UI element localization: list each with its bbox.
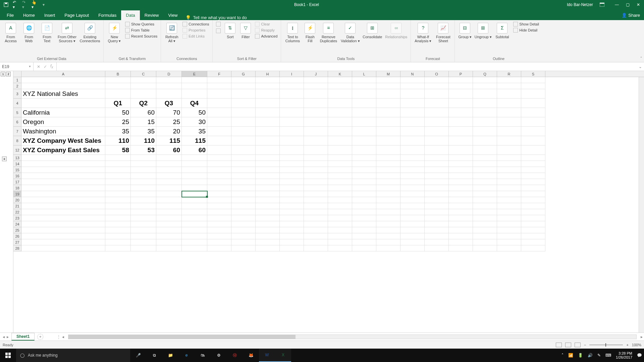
battery-icon[interactable]: 🔋 — [578, 353, 583, 358]
cell-B28[interactable] — [105, 245, 131, 251]
cell-S13[interactable] — [521, 155, 545, 161]
cell-J23[interactable] — [304, 215, 328, 221]
from-web-button[interactable]: 🌐From Web — [21, 21, 37, 43]
cell-Q24[interactable] — [473, 221, 497, 227]
firefox-icon[interactable]: 🦊 — [243, 349, 259, 362]
cell-N12[interactable] — [400, 145, 425, 155]
cell-P26[interactable] — [449, 233, 473, 239]
zoom-out-button[interactable]: − — [584, 343, 586, 347]
cell-N25[interactable] — [400, 227, 425, 233]
cell-S7[interactable] — [521, 127, 545, 136]
cell-E2[interactable] — [182, 83, 207, 89]
cell-A25[interactable] — [21, 227, 105, 233]
cell-G14[interactable] — [231, 161, 256, 167]
cell-M23[interactable] — [376, 215, 400, 221]
cell-M20[interactable] — [376, 197, 400, 203]
cell-N1[interactable] — [400, 77, 425, 83]
cell-B16[interactable] — [105, 173, 131, 179]
cell-M28[interactable] — [376, 245, 400, 251]
cell-S28[interactable] — [521, 245, 545, 251]
cell-I20[interactable] — [280, 197, 304, 203]
cell-O5[interactable] — [425, 108, 449, 117]
cell-L3[interactable] — [352, 89, 376, 99]
cell-N22[interactable] — [400, 209, 425, 215]
cell-A21[interactable] — [21, 203, 105, 209]
cell-N24[interactable] — [400, 221, 425, 227]
cell-L21[interactable] — [352, 203, 376, 209]
cell-J7[interactable] — [304, 127, 328, 136]
cell-K7[interactable] — [328, 127, 352, 136]
cell-P24[interactable] — [449, 221, 473, 227]
column-header-P[interactable]: P — [449, 71, 473, 77]
cell-D17[interactable] — [156, 179, 182, 185]
cell-H13[interactable] — [256, 155, 280, 161]
cell-K17[interactable] — [328, 179, 352, 185]
cell-O16[interactable] — [425, 173, 449, 179]
cell-D16[interactable] — [156, 173, 182, 179]
show-detail-button[interactable]: Show Detail — [513, 21, 540, 27]
cell-C15[interactable] — [131, 167, 156, 173]
text-to-columns-button[interactable]: ⫿Text to Columns — [284, 21, 301, 43]
cell-C18[interactable] — [131, 185, 156, 191]
edit-links-button[interactable]: Edit Links — [182, 34, 210, 39]
user-name[interactable]: Ido Bar-Netzer — [567, 2, 593, 7]
row-header-19[interactable]: 19 — [13, 191, 21, 197]
cell-H20[interactable] — [256, 197, 280, 203]
cell-A3[interactable]: XYZ National Sales — [21, 89, 105, 99]
row-header-14[interactable]: 14 — [13, 161, 21, 167]
cell-C16[interactable] — [131, 173, 156, 179]
cell-G13[interactable] — [231, 155, 256, 161]
cell-I12[interactable] — [280, 145, 304, 155]
cell-I4[interactable] — [280, 99, 304, 108]
cell-G18[interactable] — [231, 185, 256, 191]
cell-K1[interactable] — [328, 77, 352, 83]
refresh-all-button[interactable]: 🔄Refresh All ▾ — [164, 21, 180, 43]
hscroll-right-icon[interactable]: ▸ — [639, 335, 644, 339]
group-button[interactable]: ⊟Group ▾ — [458, 21, 472, 39]
cell-F6[interactable] — [207, 117, 231, 127]
cell-I16[interactable] — [280, 173, 304, 179]
column-header-O[interactable]: O — [425, 71, 449, 77]
cell-D23[interactable] — [156, 215, 182, 221]
cell-G20[interactable] — [231, 197, 256, 203]
row-header-6[interactable]: 6 — [13, 117, 21, 127]
column-header-A[interactable]: A — [21, 71, 105, 77]
cell-L25[interactable] — [352, 227, 376, 233]
tab-page-layout[interactable]: Page Layout — [60, 10, 94, 20]
row-header-13[interactable]: 13 — [13, 155, 21, 161]
cell-Q16[interactable] — [473, 173, 497, 179]
cell-R24[interactable] — [497, 221, 521, 227]
cell-P8[interactable] — [449, 136, 473, 145]
cell-J3[interactable] — [304, 89, 328, 99]
cell-P20[interactable] — [449, 197, 473, 203]
cell-G15[interactable] — [231, 167, 256, 173]
cell-M15[interactable] — [376, 167, 400, 173]
cell-G8[interactable] — [231, 136, 256, 145]
cell-J4[interactable] — [304, 99, 328, 108]
cell-R17[interactable] — [497, 179, 521, 185]
cell-F15[interactable] — [207, 167, 231, 173]
cell-D26[interactable] — [156, 233, 182, 239]
cell-C13[interactable] — [131, 155, 156, 161]
cell-K22[interactable] — [328, 209, 352, 215]
cell-D24[interactable] — [156, 221, 182, 227]
cell-O14[interactable] — [425, 161, 449, 167]
cell-M12[interactable] — [376, 145, 400, 155]
cell-R15[interactable] — [497, 167, 521, 173]
cell-F19[interactable] — [207, 191, 231, 197]
touch-mode-icon[interactable]: 👆▾ — [32, 2, 37, 7]
column-header-J[interactable]: J — [304, 71, 328, 77]
forecast-sheet-button[interactable]: 📈Forecast Sheet — [434, 21, 452, 43]
tell-me-search[interactable]: 💡 Tell me what you want to do — [185, 15, 247, 20]
cell-I6[interactable] — [280, 117, 304, 127]
cell-A15[interactable] — [21, 167, 105, 173]
cell-R1[interactable] — [497, 77, 521, 83]
cell-H21[interactable] — [256, 203, 280, 209]
cell-Q17[interactable] — [473, 179, 497, 185]
cell-H24[interactable] — [256, 221, 280, 227]
cell-N21[interactable] — [400, 203, 425, 209]
cell-D2[interactable] — [156, 83, 182, 89]
cell-O8[interactable] — [425, 136, 449, 145]
cell-S26[interactable] — [521, 233, 545, 239]
cell-S19[interactable] — [521, 191, 545, 197]
